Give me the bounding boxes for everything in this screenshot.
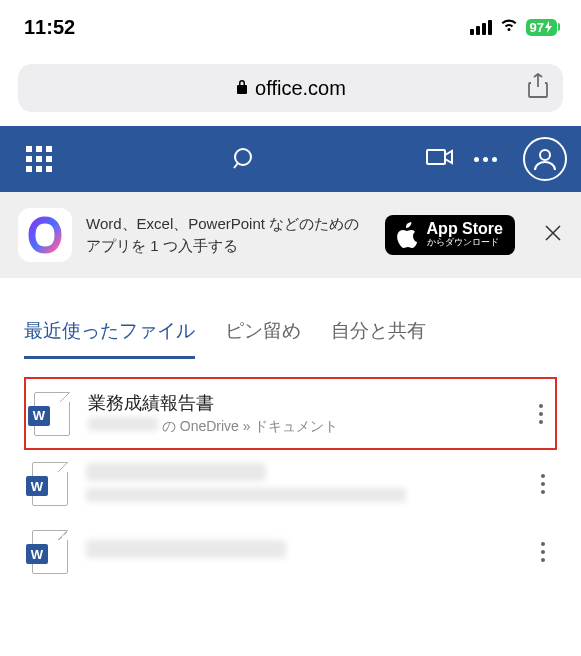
tab-recent[interactable]: 最近使ったファイル: [24, 318, 195, 359]
app-launcher-button[interactable]: [14, 146, 64, 172]
app-header: [0, 126, 581, 192]
file-list: W 業務成績報告書 の OneDrive » ドキュメント W W: [0, 359, 581, 586]
file-name: [86, 540, 519, 563]
close-icon: [543, 223, 563, 243]
status-icons: 97: [470, 17, 557, 37]
more-options-button[interactable]: [474, 157, 497, 162]
wifi-icon: [499, 17, 519, 37]
tab-shared[interactable]: 自分と共有: [331, 318, 426, 359]
video-icon: [426, 147, 454, 167]
status-time: 11:52: [24, 16, 75, 39]
file-row[interactable]: W: [24, 518, 557, 586]
apple-icon: [395, 221, 419, 249]
word-file-icon: W: [34, 392, 70, 436]
file-location: の OneDrive » ドキュメント: [88, 417, 517, 436]
app-promo-banner: Word、Excel、PowerPoint などのためのアプリを 1 つ入手する…: [0, 192, 581, 278]
lock-icon: [235, 77, 249, 100]
browser-url-bar[interactable]: office.com: [18, 64, 563, 112]
file-row[interactable]: W: [24, 450, 557, 518]
file-name: 業務成績報告書: [88, 391, 517, 415]
battery-indicator: 97: [526, 19, 557, 36]
svg-point-2: [540, 150, 550, 160]
word-file-icon: W: [32, 530, 68, 574]
search-button[interactable]: [64, 146, 426, 172]
share-button[interactable]: [527, 73, 549, 103]
cellular-signal-icon: [470, 20, 492, 35]
file-tabs: 最近使ったファイル ピン留め 自分と共有: [0, 278, 581, 359]
waffle-icon: [26, 146, 52, 172]
tab-pinned[interactable]: ピン留め: [225, 318, 301, 359]
video-meeting-button[interactable]: [426, 147, 454, 171]
file-name: [86, 463, 519, 486]
appstore-label-top: App Store: [427, 221, 503, 237]
close-promo-button[interactable]: [543, 221, 563, 249]
status-bar: 11:52 97: [0, 0, 581, 50]
promo-text: Word、Excel、PowerPoint などのためのアプリを 1 つ入手する: [86, 213, 371, 258]
file-row[interactable]: W 業務成績報告書 の OneDrive » ドキュメント: [24, 377, 557, 450]
user-avatar-button[interactable]: [523, 137, 567, 181]
file-location: [86, 488, 519, 505]
appstore-download-button[interactable]: App Store からダウンロード: [385, 215, 515, 255]
file-more-button[interactable]: [535, 404, 547, 424]
office-app-icon: [18, 208, 72, 262]
person-icon: [532, 146, 558, 172]
word-file-icon: W: [32, 462, 68, 506]
file-more-button[interactable]: [537, 542, 549, 562]
appstore-label-bottom: からダウンロード: [427, 237, 503, 249]
url-text: office.com: [255, 77, 346, 100]
file-more-button[interactable]: [537, 474, 549, 494]
search-icon: [232, 146, 258, 172]
svg-rect-1: [427, 150, 445, 164]
